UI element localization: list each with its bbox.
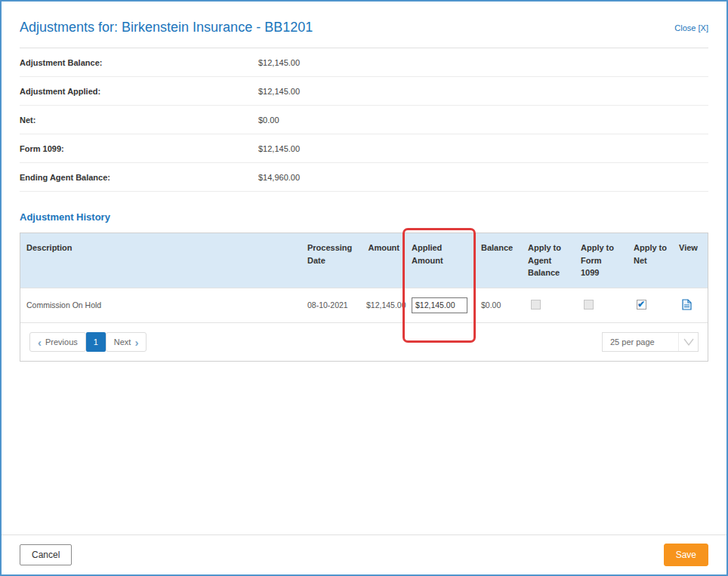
summary-label: Form 1099: <box>20 144 258 153</box>
apply-to-form-1099-checkbox[interactable] <box>584 300 594 310</box>
cell-balance: $0.00 <box>475 288 522 322</box>
table-header-row: Description Processing Date Amount Appli… <box>20 233 708 288</box>
chevron-right-icon: › <box>134 337 138 348</box>
chevron-left-icon: ‹ <box>38 337 42 348</box>
apply-to-agent-balance-checkbox[interactable] <box>531 300 541 310</box>
col-header-balance: Balance <box>475 233 522 288</box>
summary-value: $12,145.00 <box>258 87 300 96</box>
content-spacer <box>2 362 726 534</box>
summary-value: $12,145.00 <box>258 144 300 153</box>
page-size-value: 25 per page <box>603 337 655 347</box>
applied-amount-input[interactable] <box>412 297 467 313</box>
summary-row: Form 1099: $12,145.00 <box>20 134 708 163</box>
page-size-select[interactable]: 25 per page <box>602 332 699 352</box>
cell-applied-amount <box>406 288 475 322</box>
modal-header: Adjustments for: Birkenstein Insurance -… <box>2 2 726 35</box>
col-header-apply-to-form-1099: Apply to Form 1099 <box>575 233 628 288</box>
summary-value: $12,145.00 <box>258 58 300 67</box>
col-header-applied-amount: Applied Amount <box>406 233 475 288</box>
summary-row: Net: $0.00 <box>20 106 708 134</box>
current-page-button[interactable]: 1 <box>86 332 106 352</box>
adjustment-summary: Adjustment Balance: $12,145.00 Adjustmen… <box>20 48 708 192</box>
cell-view <box>673 288 708 322</box>
col-header-apply-to-net: Apply to Net <box>628 233 673 288</box>
adjustment-history-heading: Adjustment History <box>20 211 708 223</box>
summary-value: $0.00 <box>258 116 279 125</box>
cell-description: Commission On Hold <box>20 288 301 322</box>
close-button[interactable]: Close [X] <box>674 23 708 32</box>
cell-processing-date: 08-10-2021 <box>301 288 360 322</box>
summary-value: $14,960.00 <box>258 173 300 182</box>
pager: ‹ Previous 1 Next › <box>29 332 147 352</box>
next-page-button[interactable]: Next › <box>106 332 147 352</box>
view-document-icon[interactable] <box>682 299 692 312</box>
summary-row: Ending Agent Balance: $14,960.00 <box>20 163 708 192</box>
pagination-bar: ‹ Previous 1 Next › 25 per page <box>20 322 708 361</box>
col-header-view: View <box>673 233 708 288</box>
cell-apply-to-form-1099 <box>575 288 628 322</box>
page-title: Adjustments for: Birkenstein Insurance -… <box>20 20 313 35</box>
col-header-amount: Amount <box>360 233 406 288</box>
next-label: Next <box>114 337 131 347</box>
chevron-down-icon <box>678 333 698 351</box>
apply-to-net-checkbox[interactable] <box>637 300 646 310</box>
summary-row: Adjustment Applied: $12,145.00 <box>20 77 708 106</box>
col-header-description: Description <box>20 233 301 288</box>
cell-apply-to-net <box>628 288 673 322</box>
col-header-apply-to-agent-balance: Apply to Agent Balance <box>522 233 575 288</box>
summary-label: Adjustment Balance: <box>20 58 258 67</box>
summary-label: Ending Agent Balance: <box>20 173 258 182</box>
adjustments-modal: Adjustments for: Birkenstein Insurance -… <box>0 0 728 576</box>
cancel-button[interactable]: Cancel <box>20 544 72 565</box>
summary-label: Net: <box>20 116 258 125</box>
adjustment-history-table: Description Processing Date Amount Appli… <box>20 233 708 362</box>
cell-apply-to-agent-balance <box>522 288 575 322</box>
summary-row: Adjustment Balance: $12,145.00 <box>20 48 708 77</box>
modal-footer: Cancel Save <box>2 534 726 574</box>
previous-page-button[interactable]: ‹ Previous <box>29 332 86 352</box>
save-button[interactable]: Save <box>664 544 708 566</box>
col-header-processing-date: Processing Date <box>301 233 360 288</box>
summary-label: Adjustment Applied: <box>20 87 258 96</box>
previous-label: Previous <box>45 337 78 347</box>
cell-amount: $12,145.00 <box>360 288 406 322</box>
table-row: Commission On Hold 08-10-2021 $12,145.00… <box>20 288 708 322</box>
